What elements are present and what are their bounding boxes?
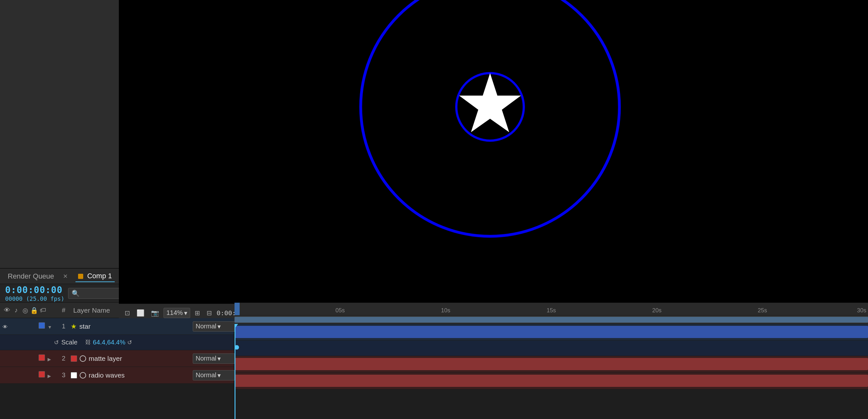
render-queue-tab[interactable]: Render Queue — [5, 271, 57, 282]
header-num: # — [57, 306, 71, 314]
layer1-mode-label: Normal — [196, 323, 216, 330]
header-lock: 🔒 — [30, 306, 38, 314]
composition-icon[interactable]: ⊡ — [123, 308, 132, 318]
monitor-icon[interactable]: ⬜ — [134, 308, 147, 318]
layer1-eye-icon: 👁 — [3, 324, 8, 330]
ruler-20s: 20s — [652, 307, 661, 314]
layer3-num: 3 — [57, 371, 71, 379]
layer-row-2: ▶ 2 matte layer Normal ▾ — [0, 350, 234, 367]
layer3-expand-arrow[interactable]: ▶ — [48, 373, 51, 379]
layer2-ellipse-icon — [80, 355, 86, 362]
header-solo: ◎ — [21, 306, 30, 314]
left-panel — [0, 0, 119, 268]
track-bar-1[interactable] — [235, 326, 868, 338]
layer2-label-text[interactable]: matte layer — [89, 355, 122, 362]
eye-header-icon: 👁 — [4, 306, 10, 313]
track-bar-2[interactable] — [235, 358, 868, 370]
playhead[interactable] — [235, 324, 236, 419]
playhead-marker — [235, 324, 238, 328]
track-row-1-sub — [235, 340, 868, 356]
ruler-25s: 25s — [758, 307, 767, 314]
inout-bar — [235, 316, 868, 324]
header-audio: ♪ — [11, 306, 21, 314]
layer1-sub-row: ↺ Scale ⛓ 64.4,64.4% ↺ — [0, 335, 234, 350]
composition-canvas — [119, 0, 868, 304]
layer1-color-swatch — [38, 322, 45, 329]
layer-row-1: 👁 ▼ 1 ★ star — [0, 318, 234, 335]
header-label: 🏷 — [38, 306, 48, 314]
scale-refresh-icon: ↺ — [127, 339, 132, 346]
layer1-num: 1 — [57, 323, 71, 330]
layer2-expand-arrow[interactable]: ▶ — [48, 357, 51, 362]
header-vis: 👁 — [3, 306, 11, 314]
layer1-expand-arrow[interactable]: ▼ — [48, 325, 52, 330]
region-icon[interactable]: ⊟ — [205, 308, 214, 318]
layer2-mode-chevron: ▾ — [217, 355, 221, 362]
viewer-canvas — [119, 0, 868, 304]
layer3-shy: ▶ — [48, 371, 57, 380]
scale-value[interactable]: 64.4,64.4% — [93, 339, 125, 346]
ruler-05s: 05s — [335, 307, 345, 314]
scale-chain-icon: ⛓ — [85, 339, 91, 346]
scale-label: Scale — [61, 339, 78, 346]
layer1-star-icon: ★ — [71, 323, 77, 330]
zoom-chevron-icon: ▾ — [184, 309, 187, 317]
scale-reset-icon: ↺ — [54, 339, 59, 346]
tracks-container — [235, 324, 868, 419]
layer2-num: 2 — [57, 355, 71, 362]
main-area: ⊡ ⬜ 📷 114% ▾ ⊞ ⊟ 0:00:00:00 📷 🎨 Full ▾ ⬜… — [0, 0, 868, 268]
layer1-label-text[interactable]: star — [79, 323, 91, 330]
tag-header-icon: 🏷 — [40, 306, 46, 313]
render-queue-tab-label: Render Queue — [8, 272, 54, 280]
zoom-value: 114% — [166, 309, 183, 317]
layer2-color-swatch — [38, 354, 45, 361]
snapshot-icon[interactable]: 📷 — [149, 308, 161, 318]
layer-list-panel: 👁 ♪ ◎ 🔒 🏷 # Layer Name Mode T — [0, 303, 235, 419]
layer2-solid-icon — [71, 355, 77, 362]
layer1-name: ★ star — [71, 323, 193, 330]
timecode-display[interactable]: 0:00:00:00 — [5, 285, 64, 295]
layer3-name: radio waves — [71, 371, 193, 379]
ruler-30s: 30s — [857, 307, 866, 314]
lock-header-icon: 🔒 — [30, 307, 38, 314]
layer2-shy: ▶ — [48, 354, 57, 363]
track-row-3 — [235, 373, 868, 389]
timeline-area: 👁 ♪ ◎ 🔒 🏷 # Layer Name Mode T — [0, 303, 868, 419]
viewer-area: ⊡ ⬜ 📷 114% ▾ ⊞ ⊟ 0:00:00:00 📷 🎨 Full ▾ ⬜… — [119, 0, 868, 268]
layer3-label — [38, 371, 48, 380]
layer3-color-swatch — [38, 371, 45, 378]
layer1-mode-chevron: ▾ — [217, 323, 221, 330]
layer1-shy: ▼ — [48, 322, 57, 331]
layer3-mode-chevron: ▾ — [217, 371, 221, 379]
zoom-dropdown[interactable]: 114% ▾ — [163, 308, 190, 318]
layer3-ellipse-icon — [80, 372, 86, 379]
ruler-15s: 15s — [547, 307, 556, 314]
comp1-tab[interactable]: Comp 1 — [75, 271, 114, 282]
track-row-1 — [235, 324, 868, 340]
track-panel: 00s 05s 10s 15s 20s 25s 30s — [235, 303, 868, 419]
audio-header-icon: ♪ — [14, 306, 18, 313]
timeline-ruler: 00s 05s 10s 15s 20s 25s 30s — [235, 303, 868, 316]
layer2-mode-label: Normal — [196, 355, 216, 362]
track-bar-3[interactable] — [235, 375, 868, 387]
comp1-tab-label: Comp 1 — [87, 272, 112, 280]
layer1-vis[interactable]: 👁 — [3, 322, 11, 331]
fps-display: 00000 (25.00 fps) — [5, 295, 64, 302]
layer3-white-icon — [71, 372, 77, 379]
layer1-label — [38, 322, 48, 331]
layer-row-3: ▶ 3 radio waves Normal ▾ — [0, 367, 234, 384]
layer3-label-text[interactable]: radio waves — [89, 371, 125, 379]
layer2-label — [38, 354, 48, 363]
track-row-2 — [235, 356, 868, 373]
ruler-10s: 10s — [441, 307, 451, 314]
layer2-name: matte layer — [71, 355, 193, 362]
search-icon: 🔍 — [72, 290, 80, 297]
solo-header-icon: ◎ — [23, 307, 28, 314]
layer3-mode-label: Normal — [196, 371, 216, 379]
comp1-tab-close[interactable]: ✕ — [63, 273, 68, 280]
expand-icon[interactable]: ⊞ — [193, 308, 202, 318]
